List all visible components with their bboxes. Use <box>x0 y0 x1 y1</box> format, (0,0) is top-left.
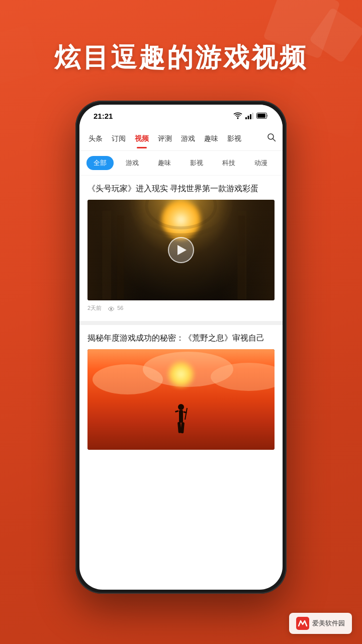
svg-line-22 <box>185 408 187 420</box>
status-time: 21:21 <box>94 112 113 120</box>
svg-rect-6 <box>257 114 265 118</box>
svg-rect-4 <box>252 113 254 119</box>
cat-anime[interactable]: 动漫 <box>247 156 275 170</box>
article-card-1[interactable]: 《头号玩家》进入现实 寻找世界第一款游戏彩蛋 <box>79 176 283 317</box>
article-card-2[interactable]: 揭秘年度游戏成功的秘密：《荒野之息》审视自己 <box>79 325 283 459</box>
svg-rect-10 <box>117 215 124 299</box>
svg-point-16 <box>178 404 184 410</box>
warrior-silhouette <box>171 402 191 442</box>
battery-icon <box>256 112 268 119</box>
svg-rect-2 <box>248 116 249 119</box>
tab-headlines[interactable]: 头条 <box>85 127 106 150</box>
cat-tech[interactable]: 科技 <box>215 156 242 170</box>
video-thumbnail-2 <box>87 349 275 450</box>
svg-point-14 <box>146 200 215 228</box>
svg-point-15 <box>110 308 112 310</box>
tab-reviews[interactable]: 评测 <box>155 127 175 150</box>
article-views-1: 56 <box>108 305 123 311</box>
article-meta-1: 2天前 56 <box>87 304 275 312</box>
article-time-1: 2天前 <box>87 304 102 312</box>
watermark-label: 爱美软件园 <box>312 619 345 628</box>
phone-outer-frame: 21:21 <box>75 101 287 594</box>
cat-games[interactable]: 游戏 <box>119 156 146 170</box>
tab-games[interactable]: 游戏 <box>178 127 198 150</box>
nav-tabs-bar: 头条 订阅 视频 评测 游戏 趣味 影视 <box>79 127 283 151</box>
svg-rect-12 <box>238 215 245 299</box>
article-image-1 <box>87 200 275 300</box>
svg-rect-17 <box>179 410 183 423</box>
tab-fun[interactable]: 趣味 <box>201 127 221 150</box>
tab-videos[interactable]: 视频 <box>132 127 152 150</box>
svg-rect-3 <box>250 114 251 119</box>
category-bar: 全部 游戏 趣味 影视 科技 动漫 <box>79 151 283 176</box>
hero-title-area: 炫目逗趣的游戏视频 <box>0 40 362 75</box>
article-title-1: 《头号玩家》进入现实 寻找世界第一款游戏彩蛋 <box>87 183 275 195</box>
phone-mockup: 21:21 <box>75 101 287 594</box>
play-button[interactable] <box>168 237 194 263</box>
cat-movies[interactable]: 影视 <box>183 156 210 170</box>
search-button[interactable] <box>266 132 277 145</box>
video-thumbnail-1 <box>87 200 275 300</box>
article-separator <box>79 321 283 325</box>
cat-all[interactable]: 全部 <box>86 156 114 170</box>
tab-movies[interactable]: 影视 <box>224 127 244 150</box>
cat-fun[interactable]: 趣味 <box>151 156 178 170</box>
article-title-2: 揭秘年度游戏成功的秘密：《荒野之息》审视自己 <box>87 332 275 344</box>
wifi-icon <box>233 112 242 119</box>
svg-point-0 <box>237 118 239 119</box>
play-icon <box>177 245 187 255</box>
signal-icon <box>245 112 253 119</box>
article-image-2 <box>87 349 275 450</box>
watermark: 爱美软件园 <box>289 613 352 634</box>
status-icons <box>233 112 268 119</box>
phone-screen: 21:21 <box>79 105 283 590</box>
sun-glow <box>166 359 196 389</box>
svg-rect-1 <box>245 117 247 119</box>
status-bar: 21:21 <box>79 105 283 127</box>
tab-subscriptions[interactable]: 订阅 <box>109 127 129 150</box>
watermark-logo <box>296 617 309 630</box>
hero-title: 炫目逗趣的游戏视频 <box>0 40 362 75</box>
svg-rect-21 <box>180 422 185 433</box>
svg-rect-9 <box>102 211 111 299</box>
svg-rect-18 <box>175 410 179 413</box>
svg-line-8 <box>273 139 276 141</box>
content-feed: 《头号玩家》进入现实 寻找世界第一款游戏彩蛋 <box>79 176 283 588</box>
